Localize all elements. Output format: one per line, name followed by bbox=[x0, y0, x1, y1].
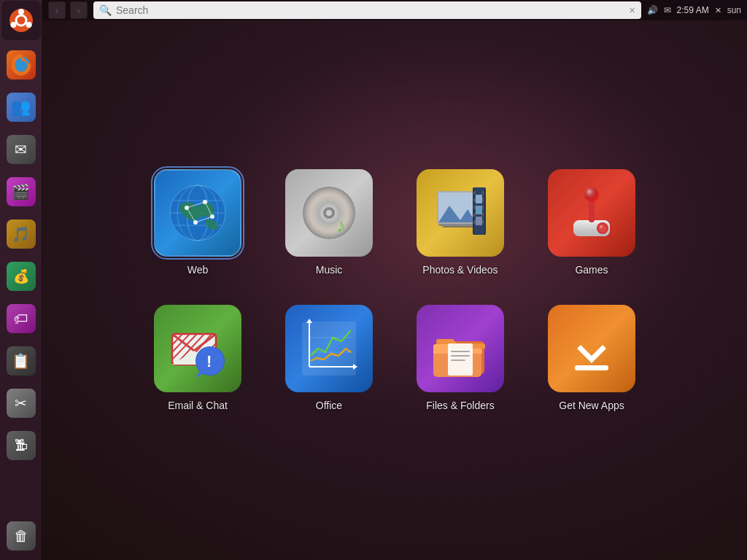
photos-videos-icon bbox=[427, 180, 493, 246]
forward-button[interactable]: › bbox=[70, 1, 88, 19]
svg-rect-38 bbox=[473, 220, 476, 224]
app-item-web[interactable]: Web bbox=[154, 169, 241, 276]
svg-rect-35 bbox=[473, 198, 476, 202]
email-label: Email & Chat bbox=[168, 400, 228, 411]
games-icon bbox=[548, 169, 635, 257]
app-item-email[interactable]: ! Email & Chat bbox=[154, 305, 241, 411]
sidebar-item-ubuntu[interactable] bbox=[1, 1, 41, 40]
sidebar-item-software-center[interactable]: 🏷 bbox=[1, 299, 41, 338]
svg-rect-44 bbox=[476, 195, 482, 203]
svg-rect-34 bbox=[473, 191, 476, 195]
games-joystick-icon bbox=[559, 180, 624, 246]
sidebar-item-files[interactable]: 📋 bbox=[1, 341, 41, 381]
search-input[interactable] bbox=[116, 4, 624, 16]
svg-rect-37 bbox=[473, 213, 476, 217]
sidebar: 👥 ✉ 🎬 🎵 💰 🏷 📋 bbox=[0, 0, 42, 560]
topbar: ‹ › 🔍 × 🔊 ✉ 2:59 AM ✕ sun bbox=[42, 0, 747, 20]
app-grid: Web bbox=[42, 20, 747, 560]
search-clear-button[interactable]: × bbox=[629, 4, 635, 16]
app-item-music[interactable]: ♪ Music bbox=[285, 169, 373, 276]
svg-point-2 bbox=[18, 9, 24, 15]
svg-marker-85 bbox=[577, 330, 606, 363]
get-new-apps-icon bbox=[559, 316, 624, 381]
ubuntu-logo-icon bbox=[8, 7, 34, 34]
sidebar-item-photo-manager[interactable]: 💰 bbox=[1, 257, 41, 296]
search-icon: 🔍 bbox=[99, 4, 112, 16]
volume-icon[interactable]: 🔊 bbox=[647, 5, 658, 15]
office-label: Office bbox=[316, 400, 342, 411]
sidebar-item-messaging[interactable]: 👥 bbox=[1, 88, 41, 127]
svg-point-53 bbox=[598, 224, 607, 233]
clock: 2:59 AM bbox=[677, 5, 709, 15]
office-chart-icon bbox=[296, 316, 362, 381]
app-item-games[interactable]: Games bbox=[548, 169, 635, 276]
svg-rect-86 bbox=[575, 365, 608, 370]
back-button[interactable]: ‹ bbox=[48, 1, 66, 19]
svg-rect-45 bbox=[476, 206, 482, 214]
app-item-office[interactable]: Office bbox=[285, 305, 373, 411]
main-content: ‹ › 🔍 × 🔊 ✉ 2:59 AM ✕ sun bbox=[42, 0, 747, 560]
svg-point-51 bbox=[584, 187, 599, 202]
app-item-files[interactable]: Files & Folders bbox=[417, 305, 504, 411]
svg-rect-82 bbox=[451, 351, 470, 352]
games-label: Games bbox=[575, 264, 608, 276]
photos-icon bbox=[417, 169, 504, 257]
svg-rect-39 bbox=[481, 191, 484, 195]
search-bar: 🔍 × bbox=[93, 1, 641, 19]
sidebar-item-screenshot[interactable]: ✂ bbox=[1, 384, 41, 423]
music-label: Music bbox=[316, 264, 343, 276]
getnew-label: Get New Apps bbox=[559, 400, 624, 411]
email-chat-icon: ! bbox=[165, 316, 231, 381]
svg-rect-36 bbox=[473, 206, 476, 209]
topbar-left: ‹ › bbox=[48, 1, 88, 19]
grid-inner: Web bbox=[154, 169, 635, 411]
app-item-photos[interactable]: Photos & Videos bbox=[417, 169, 504, 276]
sidebar-item-firefox[interactable] bbox=[1, 45, 41, 85]
sidebar-item-trash[interactable]: 🗑 bbox=[1, 516, 41, 556]
firefox-icon bbox=[9, 53, 33, 77]
email-icon: ! bbox=[154, 305, 241, 392]
mail-tray-icon[interactable]: ✉ bbox=[664, 5, 671, 15]
svg-rect-46 bbox=[476, 217, 482, 225]
svg-text:!: ! bbox=[206, 352, 212, 370]
files-label: Files & Folders bbox=[426, 400, 494, 411]
files-icon bbox=[417, 305, 504, 392]
web-globe-icon bbox=[165, 180, 231, 246]
sidebar-item-archive[interactable]: 🗜 bbox=[1, 426, 41, 465]
svg-point-4 bbox=[10, 22, 16, 28]
music-disc-icon: ♪ bbox=[298, 182, 360, 244]
username[interactable]: sun bbox=[727, 5, 741, 15]
sidebar-item-music-player[interactable]: 🎵 bbox=[1, 214, 41, 254]
sidebar-item-mail[interactable]: ✉ bbox=[1, 130, 41, 169]
svg-rect-84 bbox=[451, 359, 465, 361]
svg-point-54 bbox=[600, 225, 603, 228]
svg-point-3 bbox=[26, 22, 31, 28]
svg-point-24 bbox=[326, 210, 332, 216]
user-icon[interactable]: ✕ bbox=[715, 6, 721, 15]
sidebar-item-photos-viewer[interactable]: 🎬 bbox=[1, 172, 41, 211]
files-folders-icon bbox=[427, 316, 493, 381]
web-icon bbox=[154, 169, 241, 257]
getnew-icon bbox=[548, 305, 635, 392]
music-icon: ♪ bbox=[285, 169, 373, 257]
svg-rect-83 bbox=[451, 355, 470, 357]
svg-text:♪: ♪ bbox=[336, 215, 346, 236]
web-label: Web bbox=[187, 264, 209, 276]
svg-marker-76 bbox=[306, 319, 312, 323]
system-tray: 🔊 ✉ 2:59 AM ✕ sun bbox=[647, 5, 741, 15]
app-item-getnew[interactable]: Get New Apps bbox=[548, 305, 635, 411]
photos-label: Photos & Videos bbox=[422, 264, 498, 276]
office-icon bbox=[285, 305, 373, 392]
